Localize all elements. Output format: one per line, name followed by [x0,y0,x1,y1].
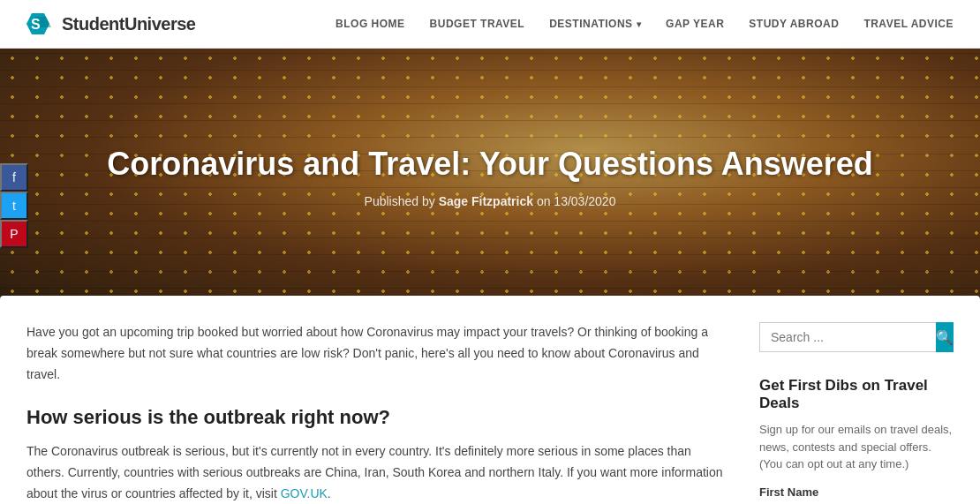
hero-content: Coronavirus and Travel: Your Questions A… [54,145,926,207]
twitter-icon: t [12,199,16,213]
share-facebook-button[interactable]: f [0,163,28,192]
hero-meta-prefix: Published by [365,194,439,208]
deals-description: Sign up for our emails on travel deals, … [759,421,954,473]
main-nav: BLOG HOME BUDGET TRAVEL DESTINATIONS ▾ G… [335,18,954,30]
site-header: S StudentUniverse BLOG HOME BUDGET TRAVE… [0,0,980,49]
govuk-link[interactable]: GOV.UK [281,486,328,500]
hero-section: f t P Coronavirus and Travel: Your Quest… [0,49,980,305]
pinterest-icon: P [10,227,18,241]
hero-title: Coronavirus and Travel: Your Questions A… [107,145,873,183]
destinations-dropdown-arrow: ▾ [637,19,642,29]
svg-text:S: S [31,17,41,32]
section1-body: The Coronavirus outbreak is serious, but… [26,441,724,504]
nav-travel-advice[interactable]: TRAVEL ADVICE [863,18,954,30]
hero-meta: Published by Sage Fitzpatrick on 13/03/2… [107,194,873,208]
section1-body-text: The Coronavirus outbreak is serious, but… [26,444,723,500]
hero-meta-suffix: on 13/03/2020 [533,194,615,208]
share-pinterest-button[interactable]: P [0,220,28,248]
share-twitter-button[interactable]: t [0,192,28,220]
search-button[interactable]: 🔍 [936,322,954,352]
logo[interactable]: S StudentUniverse [26,10,195,38]
logo-icon: S [26,10,55,38]
logo-text: StudentUniverse [62,14,195,34]
facebook-icon: f [12,170,16,184]
sidebar-deals-section: Get First Dibs on Travel Deals Sign up f… [759,377,954,504]
nav-destinations[interactable]: DESTINATIONS ▾ [549,18,641,30]
first-name-label: First Name [759,485,954,499]
nav-budget-travel[interactable]: BUDGET TRAVEL [430,18,525,30]
search-input[interactable] [759,322,936,352]
section1-body-end: . [328,486,331,500]
sidebar: 🔍 Get First Dibs on Travel Deals Sign up… [759,322,954,504]
nav-blog-home[interactable]: BLOG HOME [335,18,405,30]
hero-author: Sage Fitzpatrick [439,194,533,208]
article-intro: Have you got an upcoming trip booked but… [26,322,724,385]
search-box: 🔍 [759,322,954,352]
article: Have you got an upcoming trip booked but… [26,322,724,504]
nav-study-abroad[interactable]: STUDY ABROAD [749,18,839,30]
search-icon: 🔍 [936,329,954,346]
section1-heading: How serious is the outbreak right now? [26,406,724,429]
deals-title: Get First Dibs on Travel Deals [759,377,954,412]
social-share-bar: f t P [0,163,28,248]
nav-gap-year[interactable]: GAP YEAR [666,18,724,30]
main-content-wrapper: Have you got an upcoming trip booked but… [0,296,980,504]
